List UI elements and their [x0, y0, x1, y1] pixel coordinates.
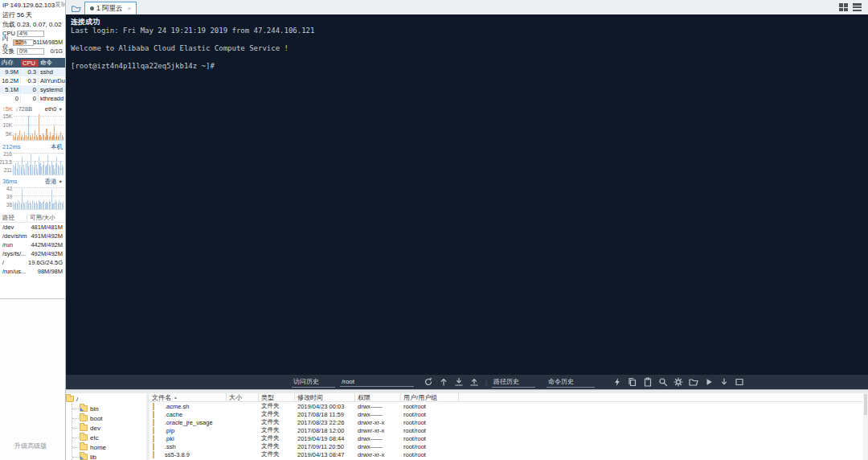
- file-row[interactable]: .pki文件夹2019/04/19 08:44drwx------root/ro…: [149, 434, 868, 442]
- file-row[interactable]: .ssh文件夹2017/09/11 20:50drwx------root/ro…: [149, 442, 868, 450]
- ping-remote-bars: [13, 186, 63, 210]
- copy-icon[interactable]: [628, 377, 637, 387]
- sort-ascending-icon: ▲: [174, 395, 178, 400]
- file-table-scrollbar[interactable]: [863, 393, 868, 460]
- mem-detail: 511M/985M: [34, 39, 63, 45]
- chevron-down-icon: ▼: [59, 179, 63, 184]
- ping-remote-selector[interactable]: 香港 ▼: [44, 178, 63, 186]
- tree-item-label: lib: [90, 454, 96, 460]
- file-row[interactable]: ss5-3.8.9文件夹2019/04/13 08:47drwxr-xr-xro…: [149, 450, 868, 458]
- process-row[interactable]: 16.2M0.3AliYunDu: [0, 76, 65, 85]
- column-header-modified[interactable]: 修改时间: [295, 393, 355, 402]
- tree-item-dev[interactable]: dev: [72, 423, 146, 433]
- process-table-header[interactable]: 内存 CPU 命令: [0, 58, 65, 68]
- command-history-dropdown[interactable]: 命令历史: [547, 377, 595, 388]
- upload-icon[interactable]: [469, 377, 479, 387]
- list-view-button[interactable]: [853, 3, 862, 11]
- ping-remote-value: 36ms: [2, 178, 17, 185]
- parent-directory-icon[interactable]: [439, 377, 448, 387]
- terminal-area[interactable]: 连接成功Last login: Fri May 24 19:21:19 2019…: [66, 14, 868, 375]
- tree-item-boot[interactable]: boot: [72, 413, 146, 423]
- process-rows: 9.9M0.3sshd16.2M0.3AliYunDu5.1M0systemd0…: [0, 68, 65, 103]
- process-header-cmd[interactable]: 命令: [39, 59, 65, 67]
- disk-table-header[interactable]: 路径 可用/大小: [0, 213, 65, 223]
- connections-folder-button[interactable]: [72, 4, 81, 14]
- process-row[interactable]: 9.9M0.3sshd: [0, 68, 65, 76]
- tree-item-label: dev: [90, 425, 100, 432]
- tree-item-label: etc: [90, 434, 99, 442]
- process-row[interactable]: 5.1M0systemd: [0, 85, 65, 94]
- tree-item-lib[interactable]: lib: [72, 452, 146, 460]
- file-row[interactable]: .oracle_jre_usage文件夹2017/08/23 22:26drwx…: [149, 418, 868, 426]
- tree-item-home[interactable]: home: [72, 442, 146, 452]
- terminal-line: [71, 53, 863, 62]
- disk-row: /19.6G/24.5G: [0, 258, 65, 267]
- disk-header-path[interactable]: 路径: [0, 214, 27, 222]
- layout-buttons: [839, 3, 868, 14]
- terminal-line: 连接成功: [71, 18, 863, 27]
- ping-local-bars: [13, 151, 63, 175]
- disk-header-size[interactable]: 可用/大小: [27, 214, 65, 222]
- file-row[interactable]: .cache文件夹2017/08/18 11:59drwx------root/…: [149, 410, 868, 418]
- column-header-owner[interactable]: 用户/用户组: [401, 393, 459, 402]
- mem-gauge-row: 内存 52% 511M/985M: [0, 38, 65, 47]
- cpu-gauge: 4%: [17, 31, 44, 37]
- disk-rows: /dev481M/481M/dev/shm491M/492M/run442M/4…: [0, 223, 65, 276]
- path-input[interactable]: [340, 378, 414, 387]
- ping-local-ytick: 216: [3, 151, 12, 157]
- down-arrow-icon[interactable]: [719, 377, 729, 387]
- gear-icon[interactable]: [674, 377, 683, 387]
- tab-status-dot: [90, 6, 94, 10]
- file-row[interactable]: .pip文件夹2017/08/18 12:00drwxr-xr-xroot/ro…: [149, 426, 868, 434]
- column-header-name[interactable]: 文件名 ▲: [149, 393, 227, 402]
- net-interface-selector[interactable]: eth0 ▼: [45, 105, 63, 113]
- net-download-rate: ↓728B: [15, 105, 32, 113]
- swap-gauge: 0%: [17, 48, 44, 55]
- refresh-icon[interactable]: [424, 377, 433, 387]
- tree-root[interactable]: /: [66, 394, 146, 404]
- new-window-icon[interactable]: [735, 377, 744, 387]
- download-icon[interactable]: [454, 377, 464, 387]
- chevron-down-icon: ▼: [59, 107, 63, 112]
- uptime-label: 运行: [2, 10, 15, 19]
- tree-item-etc[interactable]: etc: [72, 433, 146, 442]
- paste-icon[interactable]: [643, 377, 653, 387]
- lightning-icon[interactable]: [612, 377, 622, 387]
- tree-item-bin[interactable]: bin: [72, 404, 146, 413]
- process-header-mem[interactable]: 内存: [0, 59, 21, 67]
- ping-local-value: 212ms: [2, 143, 21, 150]
- ip-value: 149.129.62.103: [10, 2, 55, 9]
- run-icon[interactable]: [704, 377, 714, 387]
- access-history-dropdown[interactable]: 访问历史: [292, 377, 335, 388]
- grid-view-button[interactable]: [839, 3, 848, 11]
- finalshell-window: IP 149.129.62.103 复制 运行 56 天 负载 0.23, 0.…: [0, 0, 868, 460]
- terminal-line: [root@izt4n4p11lqa22eq5jkb14z ~]#: [71, 62, 863, 71]
- tree-children: binbootdevetchomelib: [72, 404, 146, 460]
- folder-icon: [153, 435, 154, 442]
- folder-icon: [72, 4, 81, 14]
- file-row[interactable]: .acme.sh文件夹2019/04/23 00:03drwx------roo…: [149, 402, 868, 410]
- column-header-type[interactable]: 类型: [259, 393, 295, 402]
- tab-close-button[interactable]: ×: [128, 5, 132, 12]
- process-row[interactable]: 00kthreadd: [0, 94, 65, 103]
- terminal-line: [71, 35, 863, 44]
- path-history-dropdown[interactable]: 路径历史: [492, 377, 535, 388]
- tab-bar: 1 阿里云 ×: [66, 0, 868, 14]
- column-header-size[interactable]: 大小: [227, 393, 259, 402]
- upgrade-link[interactable]: 升级高级版: [14, 442, 47, 450]
- folder-icon: [153, 427, 154, 434]
- copy-ip-button[interactable]: 复制: [55, 1, 65, 9]
- file-table-header: 文件名 ▲ 大小 类型 修改时间 权限 用户/用户组: [149, 393, 868, 402]
- net-upload-rate: ↑5K: [2, 105, 13, 113]
- ping-remote-ytick: 42: [6, 186, 12, 191]
- monitor-panel: IP 149.129.62.103 复制 运行 56 天 负载 0.23, 0.…: [0, 0, 65, 299]
- column-header-perms[interactable]: 权限: [355, 393, 401, 402]
- net-ytick: 5K: [6, 131, 12, 137]
- folder-icon: [153, 451, 154, 458]
- search-icon[interactable]: [658, 377, 668, 387]
- ping-local-name: 本机: [51, 143, 63, 151]
- tab-aliyun[interactable]: 1 阿里云 ×: [84, 2, 137, 14]
- open-folder-icon[interactable]: [689, 377, 698, 387]
- terminal-line: Welcome to Alibaba Cloud Elastic Compute…: [71, 44, 863, 53]
- process-header-cpu[interactable]: CPU: [21, 60, 39, 67]
